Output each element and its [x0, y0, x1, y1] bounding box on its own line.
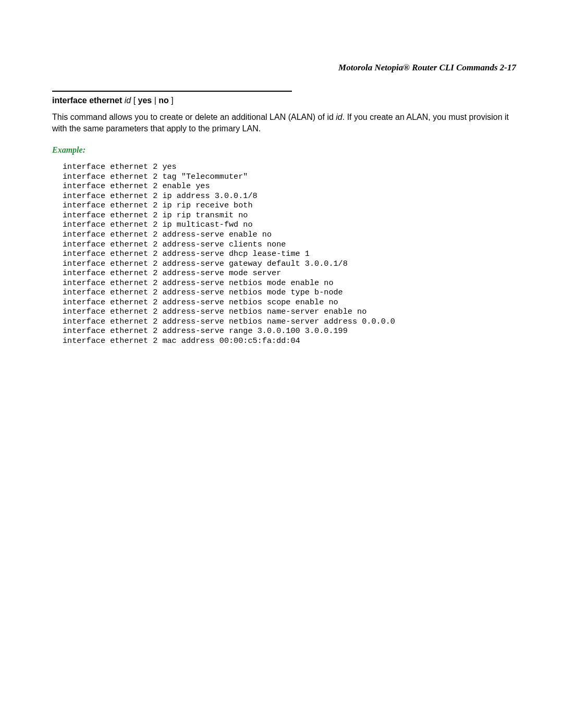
command-description: This command allows you to create or del… [52, 112, 516, 134]
command-arg: id [125, 96, 131, 105]
page: Motorola Netopia® Router CLI Commands 2-… [0, 0, 563, 377]
desc-part1: This command allows you to create or del… [52, 113, 336, 121]
example-code-block: interface ethernet 2 yes interface ether… [63, 162, 516, 346]
horizontal-rule [52, 91, 292, 92]
bracket-right: ] [171, 96, 173, 105]
command-opt-yes: yes [138, 96, 152, 105]
page-header: Motorola Netopia® Router CLI Commands 2-… [52, 63, 516, 73]
pipe: | [154, 96, 159, 105]
command-opt-no: no [158, 96, 169, 105]
bracket-left: [ [133, 96, 138, 105]
command-syntax: interface ethernet id [ yes | no ] [52, 96, 516, 105]
desc-id: id [336, 113, 342, 121]
command-name: interface ethernet [52, 96, 122, 105]
example-heading: Example: [52, 145, 516, 155]
header-title: Motorola Netopia® Router CLI Commands 2-… [338, 63, 516, 72]
